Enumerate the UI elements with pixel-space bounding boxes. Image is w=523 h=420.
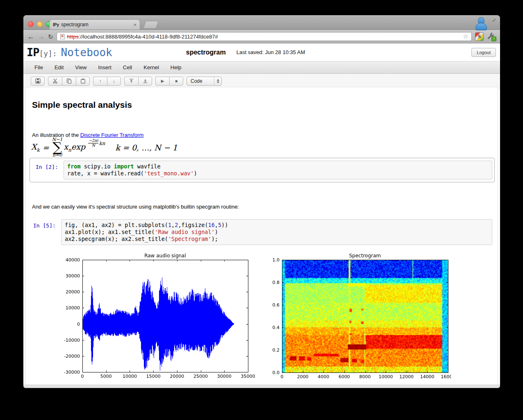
tab-strip: IPy spectrogram × ↔ bbox=[23, 15, 500, 30]
arrow-to-bottom-icon bbox=[143, 78, 148, 84]
menu-help[interactable]: Help bbox=[165, 64, 187, 70]
move-cell-down-button[interactable]: ↓ bbox=[107, 77, 121, 86]
copy-icon bbox=[66, 78, 72, 84]
arrow-down-icon: ↓ bbox=[113, 78, 115, 84]
exponent-fraction: −2πi N kn bbox=[88, 138, 105, 148]
tab-title: spectrogram bbox=[61, 22, 131, 27]
markdown-heading: Simple spectral analysis bbox=[32, 100, 132, 110]
cut-cell-button[interactable] bbox=[48, 77, 62, 86]
reload-button[interactable]: ↻ bbox=[48, 34, 53, 40]
ssl-error-icon[interactable]: ✕ bbox=[60, 34, 65, 39]
menu-edit[interactable]: Edit bbox=[49, 64, 69, 70]
ipython-logo[interactable]: IP[y]: Notebook bbox=[27, 46, 112, 59]
copy-cell-button[interactable] bbox=[62, 77, 76, 86]
tab-close-icon[interactable]: × bbox=[133, 22, 136, 27]
menu-insert[interactable]: Insert bbox=[92, 64, 117, 70]
update-badge-icon: ↑ bbox=[491, 36, 496, 41]
extension-s-icon[interactable]: S bbox=[475, 32, 484, 41]
notebook-title[interactable]: spectrogram bbox=[186, 49, 226, 56]
browser-window: IPy spectrogram × ↔ ← → ↻ ✕ https ://loc… bbox=[23, 15, 500, 388]
notebook-toolbar: ↑ ↓ ▶ ■ bbox=[23, 74, 500, 89]
forward-button[interactable]: → bbox=[38, 33, 45, 40]
tab-favicon-icon: IPy bbox=[53, 23, 59, 27]
notebook-menubar: File Edit View Insert Cell Kernel Help bbox=[23, 61, 500, 74]
scissors-icon bbox=[52, 78, 58, 84]
notebook-header: IP[y]: Notebook spectrogram Last saved: … bbox=[23, 43, 500, 61]
bookmark-star-icon[interactable]: ☆ bbox=[463, 33, 468, 40]
back-button[interactable]: ← bbox=[27, 33, 34, 40]
last-saved-text: Last saved: Jun 28 10:35 AM bbox=[236, 49, 305, 55]
cell-type-value: Code bbox=[187, 78, 214, 84]
input-prompt-2: In [5]: bbox=[30, 219, 61, 229]
logout-button[interactable]: Logout bbox=[471, 48, 496, 57]
raw-audio-signal-plot bbox=[58, 252, 263, 380]
fullscreen-expand-icon[interactable]: ↔ bbox=[489, 15, 498, 24]
arrow-up-icon: ↑ bbox=[99, 78, 102, 84]
input-prompt-1: In [2]: bbox=[32, 161, 64, 170]
minimize-window-button[interactable] bbox=[37, 21, 43, 27]
browser-navbar: ← → ↻ ✕ https ://localhost:8888/8995fc4a… bbox=[23, 30, 500, 43]
menu-cell[interactable]: Cell bbox=[117, 64, 138, 70]
summation-symbol: N−1 ∑ n=0 bbox=[52, 137, 63, 157]
code-cell-2[interactable]: In [5]: fig, (ax1, ax2) = plt.subplots(1… bbox=[30, 219, 495, 245]
paste-cell-button[interactable] bbox=[76, 77, 90, 86]
arrow-to-top-icon bbox=[129, 78, 134, 84]
dropdown-stepper-icon bbox=[214, 77, 221, 85]
notebook-document: Simple spectral analysis An illustration… bbox=[25, 87, 498, 385]
wrench-settings-icon[interactable]: ↑ bbox=[487, 32, 496, 41]
save-button[interactable] bbox=[31, 77, 45, 86]
menu-file[interactable]: File bbox=[29, 64, 49, 70]
menu-view[interactable]: View bbox=[69, 64, 92, 70]
address-bar[interactable]: ✕ https ://localhost:8888/8995fc4a-410d-… bbox=[57, 32, 472, 41]
url-protocol: https bbox=[67, 34, 79, 40]
dft-formula: Xk = N−1 ∑ n=0 xnexp −2πi N kn k = 0, …,… bbox=[31, 137, 177, 157]
run-cell-button[interactable]: ▶ bbox=[155, 77, 169, 86]
screen-background: IPy spectrogram × ↔ ← → ↻ ✕ https ://loc… bbox=[0, 0, 523, 420]
new-tab-button[interactable] bbox=[143, 21, 159, 29]
move-cell-up-button[interactable]: ↑ bbox=[93, 77, 107, 86]
cell-type-dropdown[interactable]: Code bbox=[186, 77, 222, 86]
cell-output-figure bbox=[26, 252, 498, 385]
browser-tab[interactable]: IPy spectrogram × bbox=[49, 19, 140, 30]
markdown-paragraph-2: And we can easily view it's spectral str… bbox=[32, 204, 239, 210]
stop-icon: ■ bbox=[175, 79, 177, 83]
play-icon: ▶ bbox=[161, 79, 164, 83]
window-controls bbox=[28, 21, 52, 27]
window-bottom-edge bbox=[23, 385, 500, 388]
insert-cell-above-button[interactable] bbox=[124, 77, 138, 86]
url-text: ://localhost:8888/8995fc4a-410d-4118-9df… bbox=[79, 34, 461, 40]
code-cell-1[interactable]: In [2]: from scipy.io import wavfilerate… bbox=[30, 158, 495, 182]
floppy-icon bbox=[35, 78, 41, 84]
clipboard-icon bbox=[80, 78, 86, 84]
code-input-1[interactable]: from scipy.io import wavfilerate, x = wa… bbox=[64, 161, 492, 179]
profile-avatar-icon[interactable] bbox=[475, 17, 487, 29]
code-input-2[interactable]: fig, (ax1, ax2) = plt.subplots(1,2,figsi… bbox=[61, 219, 492, 245]
menu-kernel[interactable]: Kernel bbox=[138, 64, 165, 70]
spectrogram-plot bbox=[257, 252, 451, 380]
interrupt-kernel-button[interactable]: ■ bbox=[169, 77, 183, 86]
close-window-button[interactable] bbox=[28, 21, 34, 27]
insert-cell-below-button[interactable] bbox=[138, 77, 152, 86]
